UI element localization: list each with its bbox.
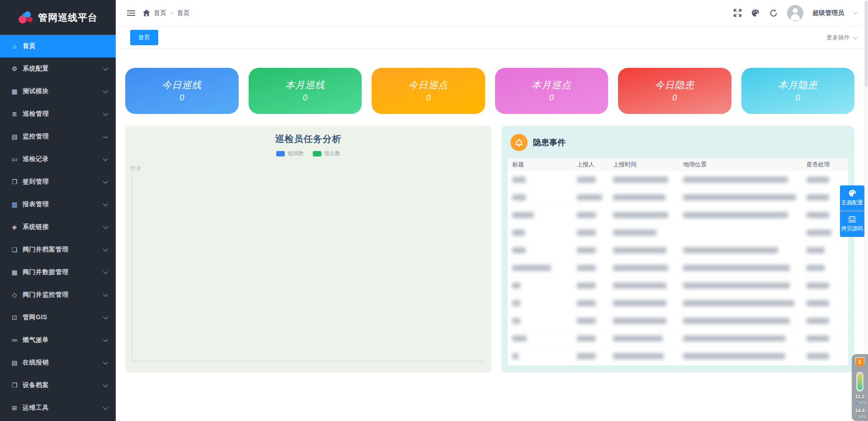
stat-card-0[interactable]: 今日巡线0 xyxy=(125,68,239,114)
sidebar-item-9[interactable]: ❏阀门井档案管理 xyxy=(0,238,116,261)
table-row[interactable] xyxy=(508,241,848,259)
table-cell xyxy=(508,277,572,294)
table-cell xyxy=(802,241,848,259)
gauge-icon xyxy=(856,372,863,392)
more-operations-label: 更多操作 xyxy=(826,33,850,42)
table-row[interactable] xyxy=(508,171,848,189)
table-cell xyxy=(572,241,609,259)
table-cell xyxy=(609,206,679,224)
sidebar-item-11[interactable]: ◇阀门井监控管理 xyxy=(0,284,116,306)
tab-home[interactable]: 首页 xyxy=(130,30,158,45)
table-row[interactable] xyxy=(508,206,848,224)
sidebar-item-label: 在线报销 xyxy=(23,359,103,367)
sidebar-item-6[interactable]: ❐签到管理 xyxy=(0,170,116,193)
refresh-icon[interactable] xyxy=(769,9,778,18)
stat-card-5[interactable]: 本月隐患0 xyxy=(741,68,855,114)
chevron-down-icon xyxy=(103,269,108,274)
menu-fold-icon[interactable] xyxy=(127,9,136,18)
chart-title: 巡检员任务分析 xyxy=(125,133,491,145)
redacted-text xyxy=(613,177,668,183)
user-chevron-down-icon[interactable] xyxy=(853,10,858,14)
stat-card-2[interactable]: 今日巡点0 xyxy=(372,68,485,114)
redacted-text xyxy=(512,318,520,324)
legend-item-1[interactable]: 巡点数 xyxy=(313,150,340,157)
sidebar-item-label: 阀门井数据管理 xyxy=(23,268,103,276)
tools-icon: ⊞ xyxy=(10,404,19,412)
report-icon: ▥ xyxy=(10,201,19,208)
chevron-down-icon xyxy=(103,382,108,387)
user-name[interactable]: 超级管理员 xyxy=(812,9,844,17)
table-cell xyxy=(572,347,609,365)
sidebar-item-0[interactable]: ⌂首页 xyxy=(0,35,116,57)
redacted-text xyxy=(807,336,829,341)
sidebar-item-14[interactable]: ▤在线报销 xyxy=(0,351,116,374)
table-row[interactable] xyxy=(508,330,848,347)
redacted-text xyxy=(683,177,788,183)
stat-card-4[interactable]: 今日隐患0 xyxy=(618,68,731,114)
table-row[interactable] xyxy=(508,259,848,277)
shield-badge-icon: 1 xyxy=(855,357,864,367)
stat-card-3[interactable]: 本月巡点0 xyxy=(495,68,609,114)
table-cell xyxy=(609,241,679,259)
table-cell xyxy=(572,259,609,277)
home-icon[interactable] xyxy=(143,9,150,16)
table-cell xyxy=(679,294,802,312)
theme-palette-icon[interactable] xyxy=(751,9,760,18)
stat-card-1[interactable]: 本月巡线0 xyxy=(249,68,362,114)
redacted-text xyxy=(512,300,520,306)
sidebar-item-2[interactable]: ▦测试模块 xyxy=(0,80,116,103)
sidebar-item-8[interactable]: ◈系统链接 xyxy=(0,216,116,238)
redacted-text xyxy=(683,353,785,359)
table-cell xyxy=(508,206,572,224)
upload-unit: K/s xyxy=(860,401,866,405)
redacted-text xyxy=(683,212,788,218)
breadcrumb-root[interactable]: 首页 xyxy=(154,9,166,17)
table-row[interactable] xyxy=(508,347,848,365)
table-cell xyxy=(802,347,848,365)
user-avatar[interactable] xyxy=(787,5,803,21)
redacted-text xyxy=(577,212,596,218)
table-row[interactable] xyxy=(508,189,848,206)
sidebar-item-7[interactable]: ▥报表管理 xyxy=(0,193,116,216)
sidebar-item-16[interactable]: ⊞运维工具 xyxy=(0,397,116,419)
more-operations-dropdown[interactable]: 更多操作 xyxy=(826,33,856,42)
sidebar-item-label: 测试模块 xyxy=(23,87,103,95)
legend-item-0[interactable]: 巡线数 xyxy=(276,150,304,157)
table-row[interactable] xyxy=(508,312,848,330)
table-row[interactable] xyxy=(508,277,848,294)
redacted-text xyxy=(683,265,790,271)
hazard-events-panel: 隐患事件 标题上报人上报时间地理位置是否处理 xyxy=(501,126,854,373)
redacted-text xyxy=(577,318,596,324)
sidebar-item-10[interactable]: ▦阀门井数据管理 xyxy=(0,261,116,284)
table-column-header: 是否处理 xyxy=(802,158,848,171)
sidebar-item-12[interactable]: ⊡管网GIS xyxy=(0,306,116,329)
table-cell xyxy=(508,241,572,259)
stat-card-value: 0 xyxy=(125,93,239,103)
float-button-1[interactable]: 拷贝源码 xyxy=(840,211,864,237)
sidebar-item-label: 设备档案 xyxy=(23,381,103,389)
sidebar-item-5[interactable]: ▭巡检记录 xyxy=(0,148,116,170)
chevron-down-icon xyxy=(103,156,108,161)
sidebar-item-1[interactable]: ⚙系统配置 xyxy=(0,57,116,80)
redacted-text xyxy=(613,247,666,253)
chevron-down-icon xyxy=(103,88,108,93)
table-cell xyxy=(572,277,609,294)
fullscreen-icon[interactable] xyxy=(733,9,742,18)
network-monitor-widget[interactable]: 1 11.2 ▲ K/s 14.4 ▼ K/s xyxy=(852,354,868,421)
table-cell xyxy=(679,189,802,206)
table-row[interactable] xyxy=(508,294,848,312)
float-button-0[interactable]: 主题配置 xyxy=(840,185,864,211)
table-cell xyxy=(609,224,679,241)
redacted-text xyxy=(512,177,526,183)
table-row[interactable] xyxy=(508,224,848,241)
stat-card-value: 0 xyxy=(495,93,609,103)
sidebar-item-13[interactable]: ≔燃气派单 xyxy=(0,329,116,351)
chart-y-axis-label: 数量 xyxy=(131,165,142,172)
sidebar-item-3[interactable]: ≣巡检管理 xyxy=(0,103,116,125)
table-cell xyxy=(679,224,802,241)
sidebar-item-4[interactable]: ▤监控管理 xyxy=(0,125,116,148)
scrollbar-thumb[interactable] xyxy=(865,1,868,87)
sidebar-item-15[interactable]: ❒设备档案 xyxy=(0,374,116,397)
stat-card-label: 本月巡点 xyxy=(495,68,609,91)
alarm-bell-icon xyxy=(510,134,528,151)
